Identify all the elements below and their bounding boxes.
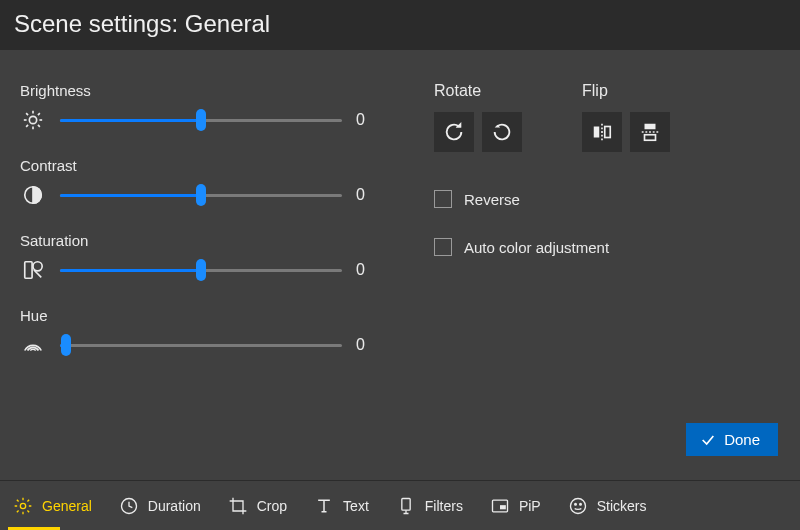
done-button[interactable]: Done (686, 423, 778, 456)
tab-label: Filters (425, 498, 463, 514)
done-label: Done (724, 431, 760, 448)
svg-rect-10 (25, 262, 32, 279)
flip-label: Flip (582, 82, 670, 100)
page-title: Scene settings: General (0, 0, 800, 50)
tab-label: General (42, 498, 92, 514)
saturation-slider[interactable] (60, 259, 342, 281)
saturation-value: 0 (356, 261, 380, 279)
contrast-control: Contrast 0 (20, 157, 380, 208)
contrast-value: 0 (356, 186, 380, 204)
check-icon (700, 432, 716, 448)
sliders-panel: Brightness 0 Contrast (20, 82, 380, 382)
svg-rect-16 (645, 124, 656, 130)
saturation-icon (20, 257, 46, 283)
svg-rect-13 (594, 127, 600, 138)
svg-point-24 (574, 503, 576, 505)
pip-icon (489, 495, 511, 517)
text-icon (313, 495, 335, 517)
svg-point-23 (570, 498, 585, 513)
tab-label: Text (343, 498, 369, 514)
tab-stickers[interactable]: Stickers (567, 481, 647, 530)
reverse-checkbox[interactable] (434, 190, 452, 208)
tab-general[interactable]: General (12, 481, 92, 530)
tab-crop[interactable]: Crop (227, 481, 287, 530)
brightness-control: Brightness 0 (20, 82, 380, 133)
tab-filters[interactable]: Filters (395, 481, 463, 530)
svg-line-5 (26, 113, 28, 115)
reverse-row: Reverse (434, 190, 782, 208)
svg-point-11 (33, 262, 42, 271)
svg-point-25 (579, 503, 581, 505)
svg-line-8 (38, 113, 40, 115)
svg-rect-22 (500, 505, 506, 509)
gear-icon (12, 495, 34, 517)
tab-label: Crop (257, 498, 287, 514)
svg-rect-20 (402, 498, 410, 510)
tab-duration[interactable]: Duration (118, 481, 201, 530)
filters-icon (395, 495, 417, 517)
brightness-value: 0 (356, 111, 380, 129)
saturation-control: Saturation 0 (20, 232, 380, 283)
svg-rect-14 (605, 127, 611, 138)
svg-line-7 (26, 125, 28, 127)
rotate-ccw-button[interactable] (482, 112, 522, 152)
contrast-label: Contrast (20, 157, 380, 174)
brightness-slider[interactable] (60, 109, 342, 131)
rotate-ccw-icon (491, 121, 513, 143)
reverse-label: Reverse (464, 191, 520, 208)
rotate-label: Rotate (434, 82, 522, 100)
hue-control: Hue 0 (20, 307, 380, 358)
tab-label: Stickers (597, 498, 647, 514)
crop-icon (227, 495, 249, 517)
tab-label: PiP (519, 498, 541, 514)
svg-point-0 (29, 116, 36, 123)
flip-horizontal-button[interactable] (582, 112, 622, 152)
tab-pip[interactable]: PiP (489, 481, 541, 530)
rotate-cw-button[interactable] (434, 112, 474, 152)
svg-line-6 (38, 125, 40, 127)
autocolor-row: Auto color adjustment (434, 238, 782, 256)
rotate-cw-icon (443, 121, 465, 143)
hue-icon (20, 332, 46, 358)
svg-point-18 (20, 503, 25, 508)
brightness-icon (20, 107, 46, 133)
brightness-label: Brightness (20, 82, 380, 99)
tab-label: Duration (148, 498, 201, 514)
flip-vertical-button[interactable] (630, 112, 670, 152)
contrast-icon (20, 182, 46, 208)
flip-horizontal-icon (591, 121, 613, 143)
autocolor-checkbox[interactable] (434, 238, 452, 256)
tab-text[interactable]: Text (313, 481, 369, 530)
hue-slider[interactable] (60, 334, 342, 356)
tab-bar: General Duration Crop Text F (0, 480, 800, 530)
saturation-label: Saturation (20, 232, 380, 249)
stickers-icon (567, 495, 589, 517)
transform-panel: Rotate (420, 82, 782, 382)
autocolor-label: Auto color adjustment (464, 239, 609, 256)
flip-vertical-icon (639, 121, 661, 143)
svg-rect-17 (645, 135, 656, 141)
contrast-slider[interactable] (60, 184, 342, 206)
clock-icon (118, 495, 140, 517)
hue-value: 0 (356, 336, 380, 354)
hue-label: Hue (20, 307, 380, 324)
